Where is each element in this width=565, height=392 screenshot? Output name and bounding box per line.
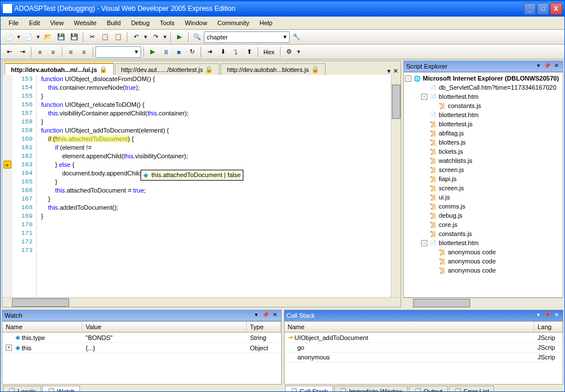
horizontal-scrollbar[interactable] xyxy=(403,298,563,307)
tree-item[interactable]: 📜screen.js xyxy=(405,165,562,174)
tree-item[interactable]: 📜anonymous code xyxy=(405,247,562,257)
col-value[interactable]: Value xyxy=(82,322,247,332)
indent-button[interactable]: ≡ xyxy=(47,46,59,58)
tree-item[interactable]: 📜watchlists.js xyxy=(405,156,562,165)
tree-item[interactable]: 📜anonymous code xyxy=(405,257,562,266)
save-button[interactable]: 💾 xyxy=(55,31,67,43)
editor-tab[interactable]: http://dev.aut....../blottertest.js 🔒 xyxy=(115,63,219,75)
panel-tab[interactable]: 📋Error List xyxy=(449,386,495,392)
tree-item[interactable]: 📜abfitag.js xyxy=(405,129,562,138)
tree-item[interactable]: 📜debug.js xyxy=(405,211,562,220)
panel-tab[interactable]: 📋Immediate Window xyxy=(334,386,408,392)
tab-dropdown-icon[interactable]: ▾ xyxy=(387,67,391,75)
tree-item[interactable]: 📜ui.js xyxy=(405,193,562,202)
menu-tools[interactable]: Tools xyxy=(155,18,179,28)
dropdown-icon[interactable]: ▾ xyxy=(534,62,542,70)
tree-item[interactable]: 📜blotters.js xyxy=(405,138,562,147)
watch-header[interactable]: Watch ▾ 📌 ✕ xyxy=(2,310,282,321)
dropdown-icon[interactable]: ▾ xyxy=(143,33,149,41)
continue-button[interactable]: ▶ xyxy=(146,46,159,58)
dropdown-icon[interactable]: ▾ xyxy=(296,48,302,55)
script-explorer-tree[interactable]: -🌐Microsoft Internet Explorer (DBLONWS20… xyxy=(403,72,563,298)
code-editor[interactable]: 153 154 155 156 157 158 159 160 161 162 … xyxy=(2,75,400,297)
callstack-row[interactable]: ➜ UIObject_addToDocumentJScrip xyxy=(284,333,563,343)
editor-tab[interactable]: http://dev.autobah...blotters.js 🔒 xyxy=(221,63,326,75)
tree-item[interactable]: 📜tickets.js xyxy=(405,147,562,156)
tab-close-icon[interactable]: ✕ xyxy=(393,67,398,75)
dropdown-icon[interactable]: ▾ xyxy=(162,33,168,41)
hex-button[interactable]: Hex xyxy=(261,46,278,58)
step-over-button[interactable]: ⤵ xyxy=(230,46,242,58)
menu-community[interactable]: Community xyxy=(213,18,254,28)
stop-button[interactable]: ■ xyxy=(173,46,185,58)
callstack-row[interactable]: goJScrip xyxy=(284,343,563,353)
show-next-button[interactable]: ➜ xyxy=(203,46,216,58)
panel-tab[interactable]: 📋Output xyxy=(409,386,448,392)
comment-button[interactable]: ≡ xyxy=(65,46,77,58)
undo-button[interactable]: ↶ xyxy=(130,31,142,43)
expand-icon[interactable]: + xyxy=(6,345,12,351)
save-all-button[interactable]: 💾 xyxy=(68,31,81,43)
tree-item[interactable]: 📜anonymous code xyxy=(405,266,562,275)
tree-item[interactable]: -📄blottertest.htm xyxy=(405,238,562,247)
tree-item[interactable]: 📜fiapi.js xyxy=(405,174,562,183)
close-button[interactable]: X xyxy=(550,3,562,15)
uncomment-button[interactable]: ≡ xyxy=(78,46,90,58)
tree-root[interactable]: -🌐Microsoft Internet Explorer (DBLONWS20… xyxy=(405,74,562,83)
indent-right-button[interactable]: ⇥ xyxy=(16,46,29,58)
menu-window[interactable]: Window xyxy=(180,18,211,28)
editor-tab[interactable]: http://dev.autobah...m/.../ui.js 🔒 xyxy=(5,63,114,75)
pin-icon[interactable]: 📌 xyxy=(262,311,270,319)
menu-file[interactable]: File xyxy=(4,18,23,28)
breakpoints-button[interactable]: ⚙ xyxy=(283,46,295,58)
dropdown-icon[interactable]: ▾ xyxy=(35,33,41,41)
collapse-icon[interactable]: - xyxy=(405,75,411,82)
vertical-scrollbar[interactable] xyxy=(391,75,400,297)
tree-item[interactable]: 📜constants.js xyxy=(405,101,562,110)
menu-view[interactable]: View xyxy=(46,18,69,28)
dropdown-icon[interactable]: ▾ xyxy=(534,311,542,319)
tree-item[interactable]: -📄blottertest.htm xyxy=(405,92,562,101)
paste-button[interactable]: 📋 xyxy=(112,31,125,43)
find-button[interactable]: 🔍 xyxy=(191,31,203,43)
maximize-button[interactable]: □ xyxy=(537,3,549,15)
callstack-row[interactable]: anonymousJScrip xyxy=(284,353,563,362)
redo-button[interactable]: ↷ xyxy=(149,31,162,43)
outdent-button[interactable]: ≡ xyxy=(34,46,46,58)
toggle-icon[interactable]: - xyxy=(421,94,427,100)
tree-item[interactable]: 📜comms.js xyxy=(405,202,562,211)
panel-tab[interactable]: 📋Watch xyxy=(42,386,80,392)
tree-item[interactable]: 📜core.js xyxy=(405,220,562,229)
dropdown-icon[interactable]: ▾ xyxy=(253,311,261,319)
panel-tab[interactable]: 📋Locals xyxy=(3,386,41,392)
col-lang[interactable]: Lang xyxy=(534,322,563,332)
menu-build[interactable]: Build xyxy=(102,18,125,28)
close-icon[interactable]: ✕ xyxy=(271,311,279,319)
menu-debug[interactable]: Debug xyxy=(126,18,154,28)
play-button[interactable]: ▶ xyxy=(173,31,186,43)
panel-tab[interactable]: 📋Call Stack xyxy=(285,386,334,392)
pin-icon[interactable]: 📌 xyxy=(543,62,551,70)
new-project-button[interactable]: 📄 xyxy=(3,31,15,43)
menu-website[interactable]: Website xyxy=(69,18,101,28)
watch-row[interactable]: ◆ this.type"BONDS"String xyxy=(2,333,281,343)
close-icon[interactable]: ✕ xyxy=(552,311,560,319)
callstack-header[interactable]: Call Stack ▾ 📌 ✕ xyxy=(284,310,564,321)
tree-item[interactable]: 📄db_ServletCall.htm?time=1173346167020 xyxy=(405,83,562,92)
pin-icon[interactable]: 📌 xyxy=(543,311,551,319)
tree-item[interactable]: 📜blottertest.js xyxy=(405,119,562,129)
watch-row[interactable]: +◆ this{...}Object xyxy=(2,343,281,353)
config-combo[interactable]: ▾ xyxy=(95,46,141,58)
col-type[interactable]: Type xyxy=(247,322,281,332)
cut-button[interactable]: ✂ xyxy=(86,31,98,43)
tree-item[interactable]: 📄blottertest.htm xyxy=(405,110,562,119)
toggle-icon[interactable]: - xyxy=(421,240,427,246)
tree-item[interactable]: 📜constants.js xyxy=(405,229,562,238)
dropdown-icon[interactable]: ▾ xyxy=(16,33,22,41)
col-name[interactable]: Name xyxy=(284,322,535,332)
open-button[interactable]: 📂 xyxy=(42,31,54,43)
close-icon[interactable]: ✕ xyxy=(552,62,560,70)
indent-left-button[interactable]: ⇤ xyxy=(3,46,15,58)
restart-button[interactable]: ↻ xyxy=(186,46,198,58)
col-name[interactable]: Name xyxy=(2,322,82,332)
